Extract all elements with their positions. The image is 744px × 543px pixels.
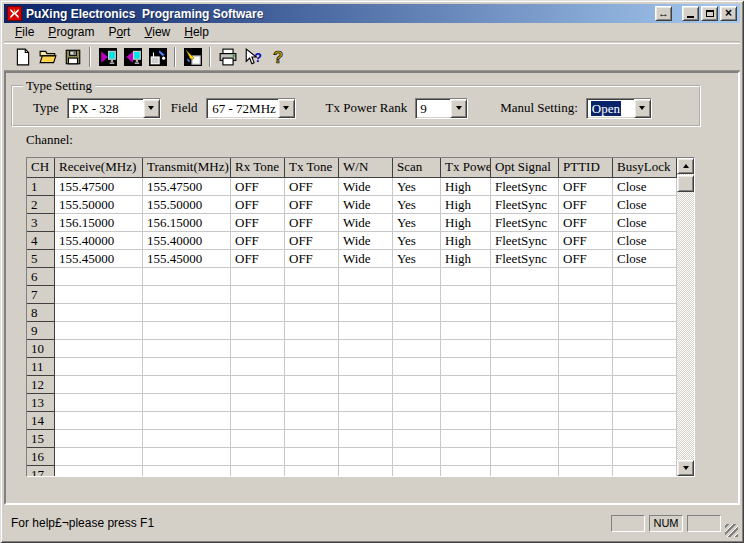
grid-cell[interactable] [559, 358, 613, 376]
grid-cell[interactable] [231, 268, 285, 286]
grid-cell[interactable] [441, 304, 491, 322]
grid-cell[interactable] [55, 358, 143, 376]
grid-cell[interactable]: Yes [393, 232, 441, 250]
chevron-down-icon[interactable] [634, 99, 651, 118]
grid-cell[interactable] [55, 394, 143, 412]
scroll-down-icon[interactable] [677, 460, 694, 476]
row-header-cell[interactable]: 5 [27, 250, 55, 268]
row-header-cell[interactable]: 4 [27, 232, 55, 250]
grid-cell[interactable] [231, 430, 285, 448]
grid-cell[interactable] [339, 448, 393, 466]
grid-cell[interactable] [491, 430, 559, 448]
grid-cell[interactable]: 155.47500 [55, 178, 143, 196]
grid-cell[interactable] [339, 394, 393, 412]
grid-cell[interactable] [613, 304, 677, 322]
grid-cell[interactable]: OFF [285, 214, 339, 232]
grid-cell[interactable]: FleetSync [491, 250, 559, 268]
grid-cell[interactable]: OFF [231, 178, 285, 196]
grid-cell[interactable] [143, 340, 231, 358]
row-header-cell[interactable]: 2 [27, 196, 55, 214]
grid-cell[interactable] [143, 268, 231, 286]
grid-cell[interactable] [339, 430, 393, 448]
grid-cell[interactable] [491, 340, 559, 358]
grid-cell[interactable] [613, 268, 677, 286]
help-button[interactable]: ? [265, 45, 290, 69]
grid-cell[interactable] [339, 340, 393, 358]
grid-cell[interactable]: Close [613, 232, 677, 250]
grid-cell[interactable]: FleetSync [491, 178, 559, 196]
grid-cell[interactable] [559, 376, 613, 394]
grid-cell[interactable]: OFF [285, 178, 339, 196]
grid-cell[interactable] [559, 394, 613, 412]
grid-cell[interactable] [441, 322, 491, 340]
grid-cell[interactable]: OFF [559, 232, 613, 250]
grid-cell[interactable] [491, 286, 559, 304]
grid-cell[interactable] [393, 430, 441, 448]
grid-cell[interactable] [613, 466, 677, 477]
grid-cell[interactable] [285, 322, 339, 340]
grid-cell[interactable]: OFF [231, 196, 285, 214]
grid-cell[interactable]: High [441, 232, 491, 250]
row-header-cell[interactable]: 8 [27, 304, 55, 322]
grid-cell[interactable] [143, 448, 231, 466]
grid-cell[interactable]: Wide [339, 196, 393, 214]
grid-cell[interactable]: Wide [339, 250, 393, 268]
grid-cell[interactable] [613, 286, 677, 304]
grid-cell[interactable]: FleetSync [491, 196, 559, 214]
grid-cell[interactable]: Close [613, 214, 677, 232]
grid-cell[interactable]: Close [613, 250, 677, 268]
grid-cell[interactable]: FleetSync [491, 232, 559, 250]
grid-cell[interactable] [441, 430, 491, 448]
grid-cell[interactable] [613, 376, 677, 394]
grid-cell[interactable] [491, 268, 559, 286]
grid-cell[interactable] [285, 412, 339, 430]
grid-cell[interactable] [285, 448, 339, 466]
type-combobox[interactable]: PX - 328 [67, 98, 161, 119]
row-header-cell[interactable]: 14 [27, 412, 55, 430]
grid-cell[interactable] [285, 286, 339, 304]
grid-cell[interactable] [339, 268, 393, 286]
grid-cell[interactable] [285, 376, 339, 394]
grid-cell[interactable] [285, 430, 339, 448]
grid-cell[interactable]: 155.40000 [143, 232, 231, 250]
grid-cell[interactable] [393, 412, 441, 430]
grid-cell[interactable] [441, 412, 491, 430]
write-to-radio-button[interactable] [120, 45, 145, 69]
grid-cell[interactable]: OFF [231, 214, 285, 232]
menu-help[interactable]: Help [177, 24, 216, 40]
grid-cell[interactable] [613, 430, 677, 448]
grid-cell[interactable] [393, 358, 441, 376]
grid-cell[interactable] [339, 304, 393, 322]
grid-cell[interactable] [231, 340, 285, 358]
grid-cell[interactable] [393, 376, 441, 394]
row-header-cell[interactable]: 6 [27, 268, 55, 286]
grid-cell[interactable] [231, 322, 285, 340]
grid-cell[interactable]: OFF [285, 250, 339, 268]
grid-cell[interactable] [441, 376, 491, 394]
grid-cell[interactable] [339, 322, 393, 340]
grid-cell[interactable]: 155.40000 [55, 232, 143, 250]
grid-cell[interactable] [55, 376, 143, 394]
grid-cell[interactable] [441, 394, 491, 412]
grid-cell[interactable] [559, 412, 613, 430]
grid-cell[interactable] [613, 340, 677, 358]
grid-cell[interactable]: 155.45000 [55, 250, 143, 268]
grid-cell[interactable] [339, 358, 393, 376]
grid-cell[interactable] [231, 358, 285, 376]
print-button[interactable] [215, 45, 240, 69]
row-header-cell[interactable]: 10 [27, 340, 55, 358]
resize-grip[interactable] [725, 524, 738, 537]
grid-cell[interactable]: OFF [559, 196, 613, 214]
grid-cell[interactable] [491, 466, 559, 477]
grid-cell[interactable] [143, 376, 231, 394]
grid-cell[interactable]: High [441, 250, 491, 268]
grid-cell[interactable] [339, 412, 393, 430]
grid-cell[interactable] [393, 322, 441, 340]
grid-cell[interactable] [143, 322, 231, 340]
row-header-cell[interactable]: 7 [27, 286, 55, 304]
grid-cell[interactable]: 155.50000 [55, 196, 143, 214]
grid-cell[interactable] [393, 466, 441, 477]
grid-cell[interactable]: Yes [393, 196, 441, 214]
grid-cell[interactable] [559, 322, 613, 340]
grid-cell[interactable] [143, 466, 231, 477]
